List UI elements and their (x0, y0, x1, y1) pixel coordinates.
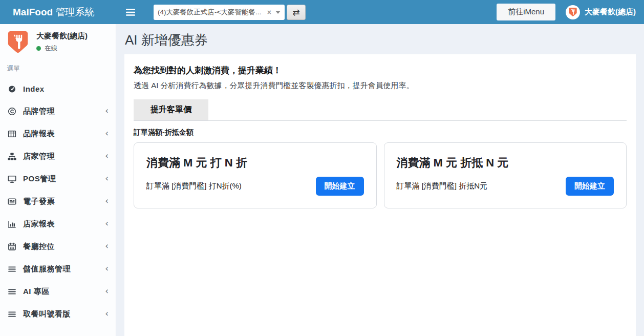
chevron-left-icon: ‹ (105, 152, 109, 160)
swap-icon: ⇄ (292, 7, 299, 17)
chevron-left-icon: ‹ (105, 242, 109, 250)
bars-icon (7, 310, 17, 319)
start-create-button[interactable]: 開始建立 (566, 177, 614, 196)
newspaper-icon (7, 197, 17, 206)
sidebar-item-store-reports[interactable]: 店家報表 ‹ (0, 213, 116, 235)
bars-icon (7, 265, 17, 274)
go-to-imenu-button[interactable]: 前往iMenu (497, 4, 555, 20)
sidebar-toggle-button[interactable] (123, 6, 138, 19)
sidebar-item-store-management[interactable]: 店家管理 ‹ (0, 145, 116, 167)
brand-name: MaiFood (13, 7, 53, 17)
sidebar-item-pos-management[interactable]: POS管理 ‹ (0, 167, 116, 190)
store-select-value: (4)大麥餐飲正式店-<大麥智能餐... (158, 8, 264, 17)
sidebar-menu: Index ‹ 品牌管理 ‹ 品牌報表 ‹ 店家管理 ‹ POS管理 ‹ 電子發… (0, 77, 116, 325)
sidebar-item-ai-zone[interactable]: AI 專區 ‹ (0, 280, 116, 303)
sidebar-item-pickup-call-board[interactable]: 取餐叫號看版 ‹ (0, 303, 116, 325)
content-area: AI 新增優惠券 為您找到對的人刺激消費，提升業績！ 透過 AI 分析消費行為數… (116, 24, 644, 336)
user-name: 大麥餐飲(總店) (585, 7, 636, 17)
start-create-button[interactable]: 開始建立 (316, 177, 364, 196)
copyright-icon (7, 107, 17, 116)
user-menu[interactable]: 大麥餐飲(總店) (566, 5, 636, 19)
offer-card-subtitle: 訂單滿 [消費門檻] 折抵N元 (397, 181, 488, 191)
tachometer-icon (7, 85, 17, 93)
tabs-row: 提升客單價 (134, 99, 627, 121)
sidebar-item-brand-management[interactable]: 品牌管理 ‹ (0, 100, 116, 122)
caret-down-icon[interactable] (275, 11, 281, 14)
chevron-left-icon: ‹ (105, 287, 109, 296)
chevron-left-icon: ‹ (105, 174, 109, 183)
online-status-dot (36, 46, 41, 51)
chevron-left-icon: ‹ (105, 219, 109, 228)
panel-description: 透過 AI 分析消費行為數據，分眾提升消費門檻並客製優惠折扣，提升會員使用率。 (134, 81, 627, 91)
chevron-left-icon: ‹ (105, 309, 109, 318)
brand-suffix: 管理系統 (53, 7, 94, 17)
desktop-icon (7, 175, 17, 183)
chevron-left-icon: ‹ (105, 107, 109, 115)
tab-raise-average-order[interactable]: 提升客單價 (134, 99, 208, 120)
offer-card-subtitle: 訂單滿 [消費門檻] 打N折(%) (146, 181, 242, 191)
brand-fork-logo-icon (6, 30, 30, 54)
sidebar-store-name: 大麥餐飲(總店) (36, 31, 88, 41)
brand-fork-avatar-icon (566, 5, 580, 19)
offer-card-title: 消費滿 M 元 打 N 折 (146, 155, 364, 171)
top-navbar: MaiFood 管理系統 (4)大麥餐飲正式店-<大麥智能餐... × ⇄ 前往… (0, 0, 644, 24)
sidebar-item-brand-reports[interactable]: 品牌報表 ‹ (0, 122, 116, 145)
sitemap-icon (7, 152, 17, 161)
offer-card-title: 消費滿 M 元 折抵 N 元 (397, 155, 614, 171)
chevron-left-icon: ‹ (105, 197, 109, 205)
chevron-left-icon: ‹ (105, 129, 109, 138)
sidebar-item-restaurant-seating[interactable]: 餐廳控位 ‹ (0, 235, 116, 258)
store-select[interactable]: (4)大麥餐飲正式店-<大麥智能餐... × (154, 5, 285, 20)
calendar-icon (7, 242, 17, 251)
sidebar-item-e-invoice[interactable]: 電子發票 ‹ (0, 190, 116, 213)
section-label: 訂單滿額-折抵金額 (134, 128, 627, 137)
menu-section-label: 選單 (0, 58, 116, 75)
app-brand[interactable]: MaiFood 管理系統 (0, 6, 116, 19)
sidebar-item-stored-value-service[interactable]: 儲值服務管理 ‹ (0, 258, 116, 280)
chevron-left-icon: ‹ (105, 264, 109, 273)
sidebar-store-block: 大麥餐飲(總店) 在線 (0, 24, 116, 58)
swap-store-button[interactable]: ⇄ (287, 5, 306, 20)
table-icon (7, 130, 17, 138)
sidebar-item-index[interactable]: Index ‹ (0, 77, 116, 100)
panel-heading: 為您找到對的人刺激消費，提升業績！ (134, 65, 627, 76)
hamburger-icon (126, 9, 135, 16)
offer-card-discount-amount: 消費滿 M 元 折抵 N 元 訂單滿 [消費門檻] 折抵N元 開始建立 (384, 142, 627, 208)
sidebar: 大麥餐飲(總店) 在線 選單 Index ‹ 品牌管理 ‹ 品牌報表 ‹ 店家管… (0, 24, 116, 336)
offer-card-discount-percent: 消費滿 M 元 打 N 折 訂單滿 [消費門檻] 打N折(%) 開始建立 (134, 142, 377, 208)
ai-coupon-panel: 為您找到對的人刺激消費，提升業績！ 透過 AI 分析消費行為數據，分眾提升消費門… (124, 54, 636, 336)
bar-chart-icon (7, 220, 17, 228)
bars-icon (7, 287, 17, 296)
clear-icon[interactable]: × (264, 8, 274, 16)
page-title: AI 新增優惠券 (125, 31, 636, 49)
online-status-label: 在線 (45, 44, 57, 53)
